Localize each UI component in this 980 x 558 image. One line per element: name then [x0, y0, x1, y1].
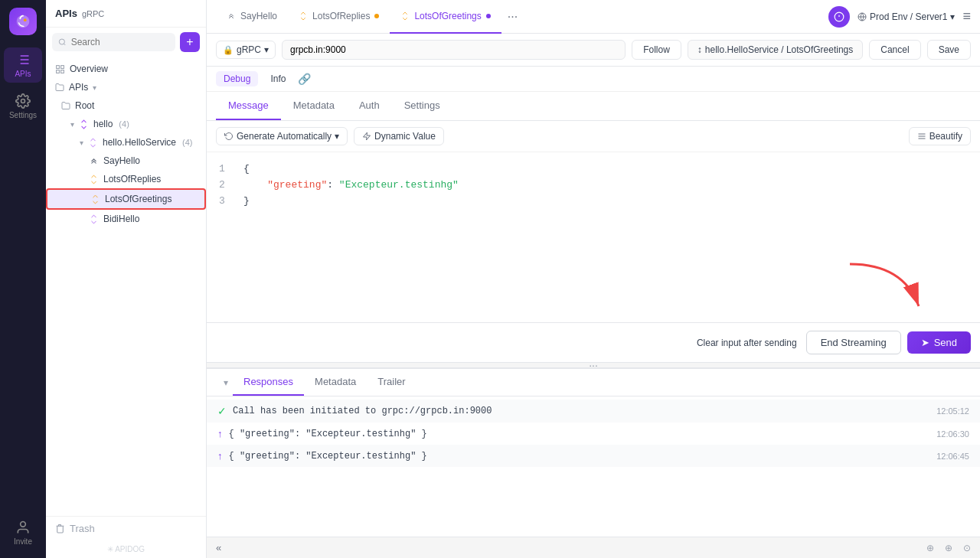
tab-lots-of-greetings-label: LotsOfGreetings [414, 11, 481, 21]
env-label: Prod Env / Server1 [870, 11, 947, 22]
trash-icon [55, 524, 65, 534]
tab-lots-of-greetings-dot [486, 14, 491, 18]
tab-metadata[interactable]: Metadata [281, 92, 347, 120]
response-list: ✓ Call has been initiated to grpc://grpc… [207, 396, 980, 537]
grpc-selector[interactable]: 🔒 gRPC ▾ [216, 41, 276, 59]
more-tabs-button[interactable]: ··· [501, 10, 524, 24]
lots-of-greetings-icon [90, 194, 100, 204]
save-button[interactable]: Save [927, 40, 971, 60]
svg-rect-7 [57, 70, 60, 73]
response-time-2: 12:06:45 [936, 452, 969, 461]
grpc-chevron: ▾ [264, 44, 269, 55]
app-logo[interactable] [9, 8, 37, 35]
sidebar-subtitle: gRPC [82, 9, 104, 18]
svg-point-3 [59, 39, 64, 44]
dynamic-label: Dynamic Value [374, 131, 436, 142]
sidebar-tree: Overview APIs ▾ Root ▾ hello (4) ▾ [46, 57, 206, 516]
response-success-icon: ✓ [217, 405, 227, 417]
tab-lots-of-greetings[interactable]: LotsOfGreetings [390, 0, 501, 34]
sidebar-item-hello[interactable]: ▾ hello (4) [46, 115, 206, 133]
left-navigation: APIs Settings Invite [0, 0, 46, 558]
svg-point-1 [21, 100, 25, 103]
status-icon-1[interactable]: ⊕ [926, 543, 934, 553]
collapse-sidebar-button[interactable]: « [216, 542, 221, 553]
sidebar-item-say-hello[interactable]: SayHello [46, 152, 206, 170]
svg-rect-4 [57, 65, 60, 68]
tab-message[interactable]: Message [216, 92, 281, 120]
code-editor[interactable]: 1 { 2 "greeting": "Excepteur.testinhg" 3… [207, 152, 980, 322]
tab-settings[interactable]: Settings [392, 92, 452, 120]
beautify-button[interactable]: Beautify [909, 127, 971, 145]
generate-icon [224, 132, 234, 141]
grpc-label: gRPC [237, 44, 261, 55]
info-button[interactable]: Info [263, 71, 293, 86]
line-num-3: 3 [219, 194, 231, 210]
sidebar-item-trash[interactable]: Trash [46, 516, 206, 540]
tab-lots-of-replies-label: LotsOfReplies [312, 11, 370, 21]
line-num-1: 1 [219, 162, 231, 178]
generate-chevron: ▾ [335, 131, 339, 142]
beautify-label: Beautify [929, 131, 962, 142]
sidebar-item-apis[interactable]: APIs ▾ [46, 78, 206, 96]
dynamic-value-button[interactable]: Dynamic Value [354, 127, 444, 145]
env-selector[interactable]: Prod Env / Server1 ▾ [858, 11, 955, 22]
line-code-2: "greeting": "Excepteur.testinhg" [243, 178, 459, 194]
debug-bar: Debug Info 🔗 [207, 67, 980, 92]
lots-of-replies-label: LotsOfReplies [103, 174, 161, 184]
resize-handle[interactable]: ··· [207, 362, 980, 368]
end-streaming-button[interactable]: End Streaming [806, 331, 901, 354]
status-icon-3[interactable]: ⊙ [963, 543, 971, 553]
sidebar-item-root[interactable]: Root [46, 96, 206, 115]
sidebar-item-overview[interactable]: Overview [46, 60, 206, 78]
response-arrow-icon-1: ↑ [217, 428, 223, 439]
hello-service-count: (4) [182, 138, 192, 147]
sidebar-header: APIs gRPC [46, 0, 206, 28]
apidog-watermark: ✳ APIDOG [46, 540, 206, 558]
lots-of-greetings-tab-icon [400, 11, 410, 21]
follow-button[interactable]: Follow [632, 40, 681, 60]
url-input[interactable] [282, 40, 626, 60]
debug-button[interactable]: Debug [216, 71, 258, 86]
json-value-greeting: "Excepteur.testinhg" [339, 179, 459, 191]
hello-service-chevron: ▾ [80, 139, 83, 147]
env-chevron: ▾ [950, 11, 955, 22]
cancel-button[interactable]: Cancel [869, 40, 920, 60]
line-code-1: { [243, 162, 250, 178]
say-hello-label: SayHello [103, 155, 140, 166]
response-collapse-button[interactable]: ▾ [219, 371, 233, 394]
editor-area: Generate Automatically ▾ Dynamic Value B… [207, 121, 980, 362]
tab-lots-of-replies[interactable]: LotsOfReplies [288, 0, 390, 34]
endpoint-label: hello.HelloService / LotsOfGreetings [705, 44, 853, 55]
hello-chevron: ▾ [70, 120, 74, 129]
response-tab-responses[interactable]: Responses [233, 369, 304, 396]
status-icon-2[interactable]: ⊕ [945, 543, 952, 553]
nav-item-settings[interactable]: Settings [4, 89, 42, 124]
json-key-greeting: "greeting" [267, 179, 327, 191]
user-avatar[interactable] [828, 6, 850, 28]
send-button[interactable]: ➤ Send [907, 331, 971, 354]
response-text-1: { "greeting": "Excepteur.testinhg" } [229, 429, 931, 439]
sidebar-item-hello-service[interactable]: ▾ hello.HelloService (4) [46, 133, 206, 152]
response-tab-metadata[interactable]: Metadata [304, 369, 367, 396]
sidebar-item-lots-of-greetings[interactable]: LotsOfGreetings [46, 188, 206, 210]
line-code-3: } [243, 194, 250, 210]
add-button[interactable]: + [180, 32, 200, 52]
nav-item-apis[interactable]: APIs [4, 47, 42, 83]
search-input[interactable] [71, 37, 169, 47]
nav-item-invite[interactable]: Invite [4, 515, 42, 550]
beautify-icon [917, 132, 926, 141]
response-tab-trailer[interactable]: Trailer [367, 369, 416, 396]
say-hello-tab-icon [227, 11, 236, 21]
hamburger-button[interactable]: ≡ [962, 8, 971, 24]
sidebar-item-bidi-hello[interactable]: BidiHello [46, 210, 206, 228]
action-bar: Clear input after sending End Streaming … [207, 322, 980, 362]
bidi-hello-icon [89, 214, 99, 224]
tab-auth[interactable]: Auth [347, 92, 392, 120]
link-icon[interactable]: 🔗 [298, 73, 311, 85]
tab-say-hello[interactable]: SayHello [216, 0, 288, 34]
generate-automatically-button[interactable]: Generate Automatically ▾ [216, 127, 348, 145]
nav-apis-label: APIs [15, 70, 31, 78]
sidebar-bottom: Trash ✳ APIDOG [46, 516, 206, 558]
sidebar-item-lots-of-replies[interactable]: LotsOfReplies [46, 170, 206, 188]
lots-of-replies-icon [89, 175, 99, 184]
